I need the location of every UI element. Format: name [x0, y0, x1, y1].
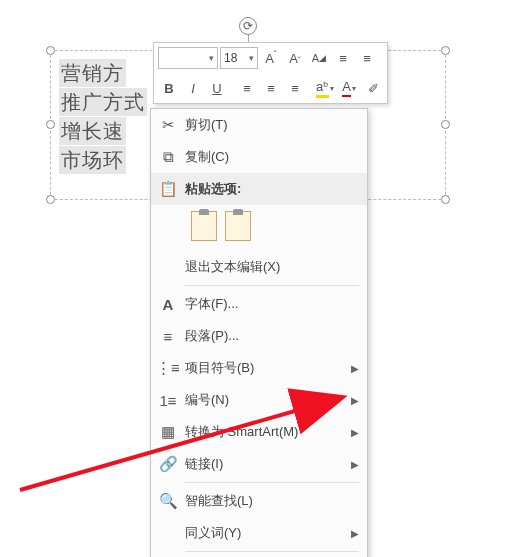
font-family-combo[interactable]: ▾ — [158, 47, 218, 69]
brush-icon: ✐ — [368, 81, 379, 96]
submenu-arrow-icon: ▶ — [351, 427, 359, 438]
menu-cut[interactable]: ✂ 剪切(T) — [151, 109, 367, 141]
mini-toolbar: ▾ 18▾ Aˆ Aˇ A◢ ≡ ≡ B I U ≡ ≡ ≡ aᵇ▾ A▾ ✐ — [153, 42, 388, 104]
menu-smart-lookup[interactable]: 🔍 智能查找(L) — [151, 485, 367, 517]
bold-button[interactable]: B — [158, 77, 180, 99]
font-size-combo[interactable]: 18▾ — [220, 47, 258, 69]
paste-option-picture[interactable] — [225, 211, 251, 241]
resize-handle-br[interactable] — [441, 195, 450, 204]
menu-paste-options-header: 📋 粘贴选项: — [151, 173, 367, 205]
chevron-down-icon: ▾ — [330, 84, 334, 93]
menu-link[interactable]: 🔗 链接(I) ▶ — [151, 448, 367, 480]
resize-handle-mr[interactable] — [441, 120, 450, 129]
text-line: 市场环 — [59, 146, 126, 174]
submenu-arrow-icon: ▶ — [351, 395, 359, 406]
align-center-button[interactable]: ≡ — [260, 77, 282, 99]
paste-options-row — [151, 205, 367, 251]
align-right-button[interactable]: ≡ — [284, 77, 306, 99]
menu-exit-text-edit[interactable]: 退出文本编辑(X) — [151, 251, 367, 283]
italic-button[interactable]: I — [182, 77, 204, 99]
font-color-button[interactable]: A▾ — [338, 77, 360, 99]
menu-paragraph[interactable]: ≡ 段落(P)... — [151, 320, 367, 352]
separator — [185, 482, 359, 483]
paste-option-keep-source[interactable] — [191, 211, 217, 241]
smartart-icon: ▦ — [151, 423, 185, 441]
resize-handle-tr[interactable] — [441, 46, 450, 55]
increase-indent-button[interactable]: ≡ — [356, 47, 378, 69]
text-line: 增长速 — [59, 117, 126, 145]
shrink-font-button[interactable]: Aˇ — [284, 47, 306, 69]
menu-bullets[interactable]: ⋮≡ 项目符号(B) ▶ — [151, 352, 367, 384]
submenu-arrow-icon: ▶ — [351, 528, 359, 539]
menu-font[interactable]: A 字体(F)... — [151, 288, 367, 320]
bullets-icon: ⋮≡ — [151, 359, 185, 377]
numbering-icon: 1≡ — [151, 392, 185, 409]
scissors-icon: ✂ — [151, 116, 185, 134]
font-icon: A — [151, 296, 185, 313]
underline-button[interactable]: U — [206, 77, 228, 99]
change-case-button[interactable]: A◢ — [308, 47, 330, 69]
resize-handle-ml[interactable] — [46, 120, 55, 129]
textbox-content[interactable]: 营销方 推广方式 增长速 市场环 — [59, 59, 147, 175]
rotate-handle[interactable]: ⟳ — [239, 17, 257, 35]
context-menu: ✂ 剪切(T) ⧉ 复制(C) 📋 粘贴选项: 退出文本编辑(X) A 字体(F… — [150, 108, 368, 557]
decrease-indent-button[interactable]: ≡ — [332, 47, 354, 69]
text-line: 推广方式 — [59, 88, 147, 116]
format-painter-button[interactable]: ✐ — [362, 77, 384, 99]
separator — [185, 551, 359, 552]
text-line: 营销方 — [59, 59, 126, 87]
chevron-down-icon: ▾ — [209, 53, 214, 63]
align-left-button[interactable]: ≡ — [236, 77, 258, 99]
separator — [185, 285, 359, 286]
paragraph-icon: ≡ — [151, 328, 185, 345]
copy-icon: ⧉ — [151, 148, 185, 166]
search-icon: 🔍 — [151, 492, 185, 510]
submenu-arrow-icon: ▶ — [351, 459, 359, 470]
menu-convert-smartart[interactable]: ▦ 转换为 SmartArt(M) ▶ — [151, 416, 367, 448]
clipboard-icon: 📋 — [151, 180, 185, 198]
menu-synonyms[interactable]: 同义词(Y) ▶ — [151, 517, 367, 549]
grow-font-button[interactable]: Aˆ — [260, 47, 282, 69]
menu-copy[interactable]: ⧉ 复制(C) — [151, 141, 367, 173]
font-size-value: 18 — [224, 51, 237, 65]
chevron-down-icon: ▾ — [249, 53, 254, 63]
resize-handle-bl[interactable] — [46, 195, 55, 204]
chevron-down-icon: ▾ — [352, 84, 356, 93]
resize-handle-tl[interactable] — [46, 46, 55, 55]
highlight-button[interactable]: aᵇ▾ — [314, 77, 336, 99]
submenu-arrow-icon: ▶ — [351, 363, 359, 374]
menu-numbering[interactable]: 1≡ 编号(N) ▶ — [151, 384, 367, 416]
link-icon: 🔗 — [151, 455, 185, 473]
